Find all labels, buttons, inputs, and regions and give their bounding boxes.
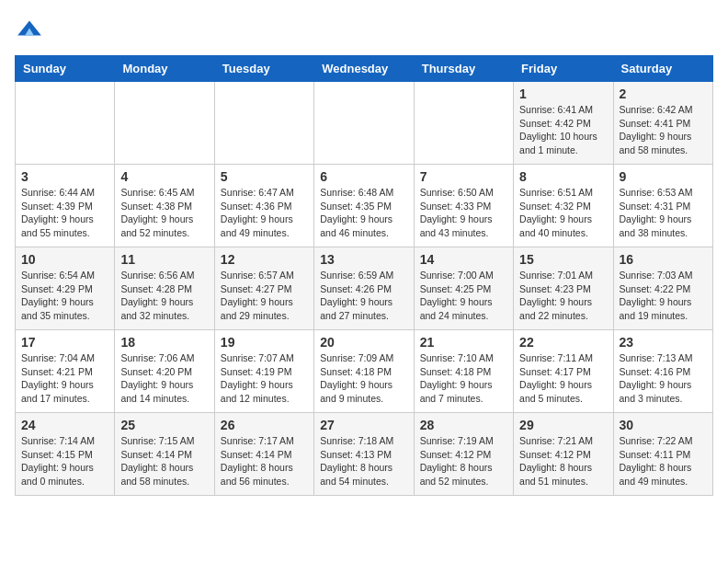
calendar-day-cell: 27Sunrise: 7:18 AM Sunset: 4:13 PM Dayli… [314,413,414,496]
calendar-day-cell: 22Sunrise: 7:11 AM Sunset: 4:17 PM Dayli… [514,330,613,413]
page-header [15,15,713,44]
day-info: Sunrise: 7:03 AM Sunset: 4:22 PM Dayligh… [620,269,707,323]
day-number: 6 [320,169,407,184]
weekday-header-monday: Monday [115,56,214,82]
day-number: 27 [320,418,407,432]
calendar-day-cell: 14Sunrise: 7:00 AM Sunset: 4:25 PM Dayli… [414,247,513,330]
day-info: Sunrise: 7:18 AM Sunset: 4:13 PM Dayligh… [320,434,407,488]
day-number: 19 [221,335,308,350]
calendar-day-cell: 11Sunrise: 6:56 AM Sunset: 4:28 PM Dayli… [115,247,214,330]
day-info: Sunrise: 7:14 AM Sunset: 4:15 PM Dayligh… [21,434,108,488]
weekday-header-wednesday: Wednesday [314,56,414,82]
day-info: Sunrise: 6:42 AM Sunset: 4:41 PM Dayligh… [620,103,707,157]
day-number: 17 [21,335,108,350]
day-info: Sunrise: 7:01 AM Sunset: 4:23 PM Dayligh… [519,269,607,323]
day-number: 8 [519,169,607,184]
day-info: Sunrise: 7:04 AM Sunset: 4:21 PM Dayligh… [21,351,108,406]
day-number: 25 [120,418,208,432]
calendar-day-cell: 25Sunrise: 7:15 AM Sunset: 4:14 PM Dayli… [115,413,214,496]
day-info: Sunrise: 7:07 AM Sunset: 4:19 PM Dayligh… [221,351,308,406]
calendar-day-cell: 19Sunrise: 7:07 AM Sunset: 4:19 PM Dayli… [214,330,313,413]
calendar-day-cell: 17Sunrise: 7:04 AM Sunset: 4:21 PM Dayli… [16,330,115,413]
calendar-day-cell: 21Sunrise: 7:10 AM Sunset: 4:18 PM Dayli… [414,330,513,413]
calendar-day-cell: 7Sunrise: 6:50 AM Sunset: 4:33 PM Daylig… [414,165,513,247]
day-info: Sunrise: 7:19 AM Sunset: 4:12 PM Dayligh… [420,434,507,488]
day-info: Sunrise: 6:48 AM Sunset: 4:35 PM Dayligh… [320,186,407,240]
calendar-day-cell: 8Sunrise: 6:51 AM Sunset: 4:32 PM Daylig… [514,165,613,247]
day-info: Sunrise: 6:57 AM Sunset: 4:27 PM Dayligh… [221,269,308,323]
day-number: 5 [221,169,308,184]
calendar-day-cell: 9Sunrise: 6:53 AM Sunset: 4:31 PM Daylig… [613,165,712,247]
day-info: Sunrise: 6:53 AM Sunset: 4:31 PM Dayligh… [620,186,707,240]
calendar-table: SundayMondayTuesdayWednesdayThursdayFrid… [15,55,713,496]
day-info: Sunrise: 7:00 AM Sunset: 4:25 PM Dayligh… [420,269,507,323]
day-number: 2 [620,86,707,101]
logo-icon [15,15,44,44]
weekday-header-tuesday: Tuesday [214,56,313,82]
day-number: 21 [420,335,507,350]
day-number: 16 [620,252,707,267]
day-info: Sunrise: 7:06 AM Sunset: 4:20 PM Dayligh… [120,351,208,406]
calendar-day-cell: 16Sunrise: 7:03 AM Sunset: 4:22 PM Dayli… [613,247,712,330]
calendar-week-row: 10Sunrise: 6:54 AM Sunset: 4:29 PM Dayli… [16,247,713,330]
day-number: 14 [420,252,507,267]
day-number: 30 [620,418,707,432]
day-info: Sunrise: 7:21 AM Sunset: 4:12 PM Dayligh… [519,434,607,488]
calendar-day-cell: 30Sunrise: 7:22 AM Sunset: 4:11 PM Dayli… [613,413,712,496]
day-info: Sunrise: 6:45 AM Sunset: 4:38 PM Dayligh… [120,186,208,240]
calendar-day-cell: 26Sunrise: 7:17 AM Sunset: 4:14 PM Dayli… [214,413,313,496]
day-info: Sunrise: 6:56 AM Sunset: 4:28 PM Dayligh… [120,269,208,323]
weekday-header-thursday: Thursday [414,56,513,82]
day-info: Sunrise: 6:59 AM Sunset: 4:26 PM Dayligh… [320,269,407,323]
calendar-empty-cell [214,82,313,165]
weekday-header-saturday: Saturday [613,56,712,82]
day-number: 9 [620,169,707,184]
calendar-empty-cell [314,82,414,165]
day-number: 3 [21,169,108,184]
calendar-empty-cell [414,82,513,165]
weekday-header-friday: Friday [514,56,613,82]
day-number: 15 [519,252,607,267]
day-number: 13 [320,252,407,267]
day-info: Sunrise: 7:09 AM Sunset: 4:18 PM Dayligh… [320,351,407,406]
day-info: Sunrise: 7:15 AM Sunset: 4:14 PM Dayligh… [120,434,208,488]
day-info: Sunrise: 6:41 AM Sunset: 4:42 PM Dayligh… [519,103,607,157]
calendar-day-cell: 20Sunrise: 7:09 AM Sunset: 4:18 PM Dayli… [314,330,414,413]
calendar-empty-cell [115,82,214,165]
day-info: Sunrise: 6:54 AM Sunset: 4:29 PM Dayligh… [21,269,108,323]
calendar-day-cell: 15Sunrise: 7:01 AM Sunset: 4:23 PM Dayli… [514,247,613,330]
calendar-empty-cell [16,82,115,165]
weekday-header-sunday: Sunday [16,56,115,82]
day-number: 12 [221,252,308,267]
day-number: 29 [519,418,607,432]
calendar-day-cell: 29Sunrise: 7:21 AM Sunset: 4:12 PM Dayli… [514,413,613,496]
day-number: 28 [420,418,507,432]
calendar-day-cell: 4Sunrise: 6:45 AM Sunset: 4:38 PM Daylig… [115,165,214,247]
day-info: Sunrise: 7:22 AM Sunset: 4:11 PM Dayligh… [620,434,707,488]
calendar-day-cell: 2Sunrise: 6:42 AM Sunset: 4:41 PM Daylig… [613,82,712,165]
calendar-day-cell: 23Sunrise: 7:13 AM Sunset: 4:16 PM Dayli… [613,330,712,413]
day-info: Sunrise: 6:47 AM Sunset: 4:36 PM Dayligh… [221,186,308,240]
day-info: Sunrise: 7:13 AM Sunset: 4:16 PM Dayligh… [620,351,707,406]
calendar-week-row: 3Sunrise: 6:44 AM Sunset: 4:39 PM Daylig… [16,165,713,247]
day-info: Sunrise: 7:11 AM Sunset: 4:17 PM Dayligh… [519,351,607,406]
day-info: Sunrise: 6:44 AM Sunset: 4:39 PM Dayligh… [21,186,108,240]
calendar-week-row: 17Sunrise: 7:04 AM Sunset: 4:21 PM Dayli… [16,330,713,413]
calendar-day-cell: 3Sunrise: 6:44 AM Sunset: 4:39 PM Daylig… [16,165,115,247]
calendar-day-cell: 12Sunrise: 6:57 AM Sunset: 4:27 PM Dayli… [214,247,313,330]
calendar-day-cell: 6Sunrise: 6:48 AM Sunset: 4:35 PM Daylig… [314,165,414,247]
day-number: 24 [21,418,108,432]
day-number: 7 [420,169,507,184]
day-number: 11 [120,252,208,267]
day-number: 18 [120,335,208,350]
calendar-header-row: SundayMondayTuesdayWednesdayThursdayFrid… [16,56,713,82]
day-number: 22 [519,335,607,350]
calendar-day-cell: 5Sunrise: 6:47 AM Sunset: 4:36 PM Daylig… [214,165,313,247]
day-number: 1 [519,86,607,101]
calendar-week-row: 24Sunrise: 7:14 AM Sunset: 4:15 PM Dayli… [16,413,713,496]
day-info: Sunrise: 6:51 AM Sunset: 4:32 PM Dayligh… [519,186,607,240]
day-number: 23 [620,335,707,350]
day-info: Sunrise: 7:17 AM Sunset: 4:14 PM Dayligh… [221,434,308,488]
day-number: 10 [21,252,108,267]
day-number: 26 [221,418,308,432]
